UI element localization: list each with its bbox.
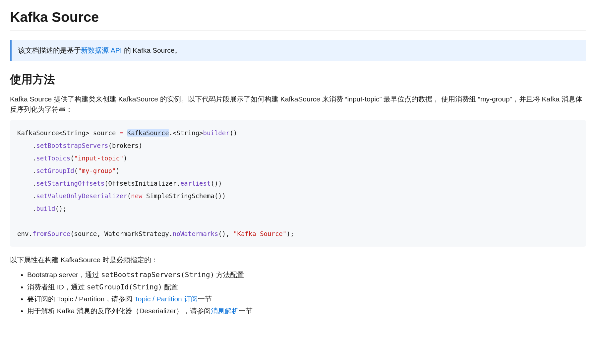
code-token: (); <box>55 205 66 212</box>
code-token: "Kafka Source" <box>233 230 286 237</box>
code-token: "input-topic" <box>74 154 124 162</box>
list-code: setBootstrapServers(String) <box>101 271 214 279</box>
code-token: ( <box>127 192 131 200</box>
code-token: (brokers) <box>108 142 143 149</box>
code-token: "my-group" <box>78 167 116 174</box>
code-token: (OffsetsInitializer. <box>104 180 180 187</box>
code-token: (), <box>218 230 233 237</box>
info-text-before: 该文档描述的是基于 <box>18 46 81 54</box>
list-text: 方法配置 <box>214 271 244 278</box>
code-token-highlighted: KafkaSource <box>127 129 169 137</box>
code-token: .<String> <box>169 129 203 137</box>
list-item: 消费者组 ID，通过 setGroupId(String) 配置 <box>27 282 586 293</box>
list-text: 消费者组 ID，通过 <box>27 283 87 291</box>
info-callout: 该文档描述的是基于新数据源 API 的 Kafka Source。 <box>10 40 586 61</box>
list-code: setGroupId(String) <box>87 283 162 291</box>
topic-partition-link[interactable]: Topic / Partition 订阅 <box>134 295 198 303</box>
list-item: 用于解析 Kafka 消息的反序列化器（Deserializer），请参阅消息解… <box>27 306 586 316</box>
code-token: ()) <box>210 180 222 187</box>
list-text: 要订阅的 Topic / Partition，请参阅 <box>27 295 134 303</box>
page-title: Kafka Source <box>10 7 586 30</box>
required-props-intro: 以下属性在构建 KafkaSource 时是必须指定的： <box>10 255 586 265</box>
code-token: ) <box>123 154 127 162</box>
usage-heading: 使用方法 <box>10 71 586 88</box>
code-token: (source, WatermarkStrategy. <box>70 230 173 237</box>
list-item: 要订阅的 Topic / Partition，请参阅 Topic / Parti… <box>27 294 586 304</box>
code-token: . <box>17 142 36 149</box>
code-token: KafkaSource<String> source <box>17 129 120 137</box>
code-token: builder <box>203 129 230 137</box>
code-token: setGroupId <box>36 167 74 174</box>
list-text: 一节 <box>239 307 253 315</box>
code-token <box>123 129 127 137</box>
code-token: () <box>230 129 237 137</box>
code-token: ( <box>74 167 78 174</box>
code-token: env. <box>17 230 32 237</box>
code-token: noWatermarks <box>173 230 218 237</box>
code-token: ); <box>286 230 294 237</box>
code-token: = <box>120 129 123 137</box>
info-text-after: 的 Kafka Source。 <box>122 46 182 54</box>
code-block: KafkaSource<String> source = KafkaSource… <box>10 120 586 247</box>
code-token: . <box>17 167 36 174</box>
code-token: . <box>17 180 36 187</box>
code-token: setValueOnlyDeserializer <box>36 192 127 200</box>
info-link-new-api[interactable]: 新数据源 API <box>81 46 122 54</box>
intro-paragraph: Kafka Source 提供了构建类来创建 KafkaSource 的实例。以… <box>10 94 586 115</box>
code-token: earliest <box>180 180 211 187</box>
list-item: Bootstrap server，通过 setBootstrapServers(… <box>27 270 586 280</box>
list-text: Bootstrap server，通过 <box>27 271 101 278</box>
code-token: . <box>17 192 36 200</box>
deserializer-link[interactable]: 消息解析 <box>211 307 239 315</box>
code-token: ( <box>70 154 74 162</box>
code-token: SimpleStringSchema()) <box>143 192 226 200</box>
code-token: . <box>17 205 36 212</box>
list-text: 一节 <box>198 295 212 303</box>
list-text: 配置 <box>162 283 178 291</box>
code-token: build <box>36 205 55 212</box>
required-props-list: Bootstrap server，通过 setBootstrapServers(… <box>10 270 586 316</box>
list-text: 用于解析 Kafka 消息的反序列化器（Deserializer），请参阅 <box>27 307 211 315</box>
code-token: . <box>17 154 36 162</box>
code-token: setBootstrapServers <box>36 142 108 149</box>
code-token: new <box>131 192 142 200</box>
code-token: fromSource <box>32 230 70 237</box>
code-token: setTopics <box>36 154 70 162</box>
code-token: ) <box>116 167 119 174</box>
code-token: setStartingOffsets <box>36 180 104 187</box>
